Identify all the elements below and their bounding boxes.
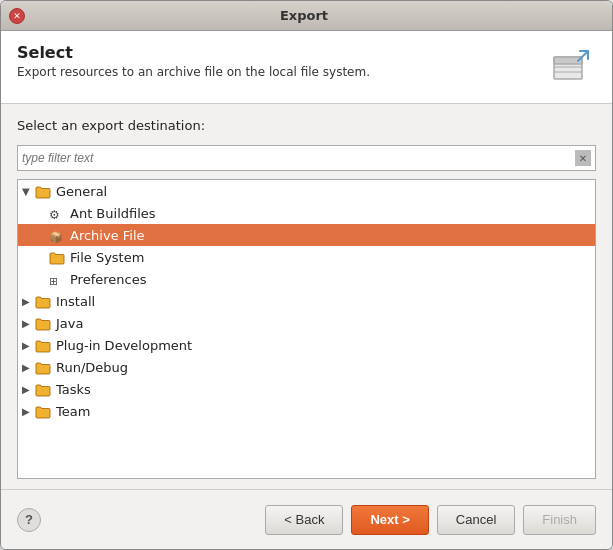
footer: ? < Back Next > Cancel Finish bbox=[1, 489, 612, 549]
footer-buttons: < Back Next > Cancel Finish bbox=[265, 505, 596, 535]
tree-item[interactable]: ▶ Plug-in Development bbox=[18, 334, 595, 356]
tree-item[interactable]: ▶ Install bbox=[18, 290, 595, 312]
body: Select an export destination: ✕ ▼ Genera… bbox=[1, 104, 612, 489]
next-button[interactable]: Next > bbox=[351, 505, 428, 535]
tree-item-label: Plug-in Development bbox=[56, 338, 192, 353]
export-icon bbox=[548, 43, 596, 91]
tree-item-label: Run/Debug bbox=[56, 360, 128, 375]
tree-item-label: Java bbox=[56, 316, 83, 331]
header-title: Select bbox=[17, 43, 370, 62]
tree-item-label: File System bbox=[70, 250, 144, 265]
finish-button[interactable]: Finish bbox=[523, 505, 596, 535]
filter-clear-button[interactable]: ✕ bbox=[575, 150, 591, 166]
tree-item-label: Team bbox=[56, 404, 90, 419]
tree-item-label: Ant Buildfiles bbox=[70, 206, 156, 221]
folder-icon bbox=[35, 405, 51, 417]
destination-label: Select an export destination: bbox=[17, 118, 596, 133]
titlebar-buttons: ✕ bbox=[9, 8, 25, 24]
close-button[interactable]: ✕ bbox=[9, 8, 25, 24]
tree-container[interactable]: ▼ General⚙Ant Buildfiles📦Archive File Fi… bbox=[17, 179, 596, 479]
export-dialog: ✕ Export Select Export resources to an a… bbox=[0, 0, 613, 550]
special-archive-icon: 📦 bbox=[49, 229, 65, 241]
footer-left: ? bbox=[17, 508, 41, 532]
back-button[interactable]: < Back bbox=[265, 505, 343, 535]
tree-item-label: Archive File bbox=[70, 228, 145, 243]
special-ant-icon: ⚙ bbox=[49, 207, 65, 219]
tree-item[interactable]: ⊞Preferences bbox=[18, 268, 595, 290]
header-description: Export resources to an archive file on t… bbox=[17, 65, 370, 79]
folder-icon bbox=[35, 339, 51, 351]
folder-icon bbox=[35, 361, 51, 373]
tree-item-label: Tasks bbox=[56, 382, 91, 397]
cancel-button[interactable]: Cancel bbox=[437, 505, 515, 535]
tree-item[interactable]: ▶ Run/Debug bbox=[18, 356, 595, 378]
help-button[interactable]: ? bbox=[17, 508, 41, 532]
folder-icon bbox=[35, 383, 51, 395]
header-text: Select Export resources to an archive fi… bbox=[17, 43, 370, 79]
special-pref-icon: ⊞ bbox=[49, 273, 65, 285]
tree-item[interactable]: 📦Archive File bbox=[18, 224, 595, 246]
tree-item[interactable]: ⚙Ant Buildfiles bbox=[18, 202, 595, 224]
tree-item[interactable]: File System bbox=[18, 246, 595, 268]
folder-icon bbox=[35, 295, 51, 307]
window-title: Export bbox=[33, 8, 575, 23]
titlebar: ✕ Export bbox=[1, 1, 612, 31]
folder-icon bbox=[35, 317, 51, 329]
filter-input[interactable] bbox=[22, 151, 571, 165]
tree-item-label: Preferences bbox=[70, 272, 146, 287]
filter-row: ✕ bbox=[17, 145, 596, 171]
tree-item[interactable]: ▶ Team bbox=[18, 400, 595, 422]
folder-icon bbox=[35, 185, 51, 197]
tree-item[interactable]: ▶ Java bbox=[18, 312, 595, 334]
tree-item-label: General bbox=[56, 184, 107, 199]
folder-icon bbox=[49, 251, 65, 263]
tree-item-label: Install bbox=[56, 294, 95, 309]
tree-item[interactable]: ▶ Tasks bbox=[18, 378, 595, 400]
tree-item[interactable]: ▼ General bbox=[18, 180, 595, 202]
header: Select Export resources to an archive fi… bbox=[1, 31, 612, 104]
